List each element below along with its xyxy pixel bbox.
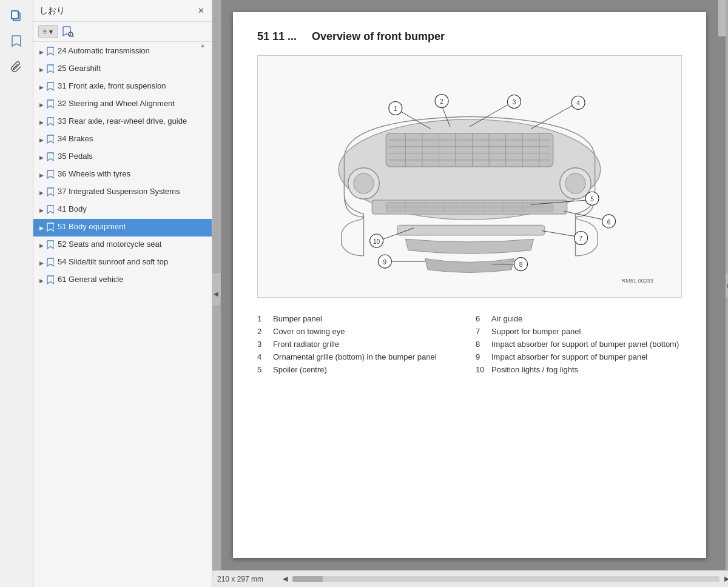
sidebar-item-label: 25 Gearshift bbox=[55, 63, 101, 74]
sidebar-tree: ▶ 24 Automatic transmission ▶ 25 Gearshi… bbox=[33, 43, 212, 587]
sidebar-item-label: 41 Body bbox=[55, 204, 87, 215]
sidebar-item-35[interactable]: ▶ 35 Pedals bbox=[33, 149, 212, 166]
chevron-icon: ▶ bbox=[37, 204, 46, 216]
close-button[interactable]: ✕ bbox=[197, 5, 206, 16]
svg-text:RM51 00233: RM51 00233 bbox=[622, 278, 654, 284]
copy-icon[interactable] bbox=[5, 5, 27, 27]
search-bookmark-icon[interactable] bbox=[61, 24, 75, 39]
chevron-icon: ▶ bbox=[37, 257, 46, 269]
svg-text:6: 6 bbox=[607, 219, 611, 226]
page-container: 51 11 ... Overview of front bumper bbox=[221, 0, 718, 570]
part-description: Support for bumper panel bbox=[491, 327, 581, 336]
chevron-icon: ▶ bbox=[37, 275, 46, 287]
collapse-right-button[interactable]: ▶ bbox=[726, 273, 728, 297]
sidebar-item-label: 52 Seats and motorcycle seat bbox=[55, 239, 161, 250]
sidebar-title: しおり bbox=[39, 5, 65, 16]
scroll-up-arrow[interactable]: ▲ bbox=[200, 42, 206, 49]
part-item: 7Support for bumper panel bbox=[476, 325, 682, 338]
part-item: 9Impact absorber for support of bumper p… bbox=[476, 351, 682, 363]
svg-text:2: 2 bbox=[440, 98, 443, 105]
sidebar-item-25[interactable]: ▶ 25 Gearshift bbox=[33, 61, 212, 78]
scroll-right-button[interactable]: ▶ bbox=[724, 575, 728, 583]
bookmark-icon bbox=[46, 204, 55, 216]
sidebar-item-36[interactable]: ▶ 36 Wheels with tyres bbox=[33, 166, 212, 184]
part-number: 5 bbox=[257, 365, 268, 374]
bookmark-icon bbox=[46, 186, 55, 198]
sidebar-item-label: 54 Slide/tilt sunroof and soft top bbox=[55, 257, 168, 267]
svg-rect-36 bbox=[397, 225, 545, 235]
chevron-icon: ▶ bbox=[37, 240, 46, 252]
page-title: 51 11 ... Overview of front bumper bbox=[257, 30, 682, 43]
sidebar-item-label: 24 Automatic transmission bbox=[55, 45, 150, 56]
part-item: 6Air guide bbox=[476, 312, 682, 325]
chapter-title: Overview of front bumper bbox=[312, 30, 445, 42]
sidebar-item-label: 33 Rear axle, rear-wheel drive, guide bbox=[55, 116, 187, 127]
svg-text:3: 3 bbox=[513, 99, 516, 106]
part-description: Spoiler (centre) bbox=[273, 365, 327, 374]
chevron-icon: ▶ bbox=[37, 116, 46, 129]
svg-text:4: 4 bbox=[576, 100, 580, 107]
chevron-icon: ▶ bbox=[37, 152, 46, 164]
attachment-icon[interactable] bbox=[5, 56, 27, 78]
view-dropdown[interactable]: ≡ ▼ bbox=[38, 25, 58, 38]
part-number: 9 bbox=[476, 352, 487, 361]
sidebar-item-33[interactable]: ▶ 33 Rear axle, rear-wheel drive, guide bbox=[33, 113, 212, 131]
sidebar-item-37[interactable]: ▶ 37 Integrated Suspension Systems bbox=[33, 184, 212, 201]
page-size-label: 210 x 297 mm bbox=[217, 575, 278, 583]
svg-text:1: 1 bbox=[394, 106, 397, 112]
chevron-icon: ▶ bbox=[37, 64, 46, 76]
sidebar-item-52[interactable]: ▶ 52 Seats and motorcycle seat bbox=[33, 236, 212, 254]
bookmark-icon bbox=[46, 257, 55, 269]
left-toolbar bbox=[0, 0, 33, 587]
sidebar-item-31[interactable]: ▶ 31 Front axle, front suspension bbox=[33, 78, 212, 96]
sidebar-item-61[interactable]: ▶ 61 General vehicle bbox=[33, 272, 212, 289]
sidebar-header-actions: ✕ bbox=[197, 5, 206, 16]
bookmark-icon bbox=[46, 45, 55, 58]
svg-text:10: 10 bbox=[373, 238, 380, 245]
part-description: Ornamental grille (bottom) in the bumper… bbox=[273, 352, 437, 361]
chevron-icon: ▶ bbox=[37, 169, 46, 181]
sidebar-item-label: 35 Pedals bbox=[55, 151, 93, 162]
document-page: 51 11 ... Overview of front bumper bbox=[233, 12, 706, 558]
svg-point-24 bbox=[565, 173, 585, 193]
chevron-icon: ▶ bbox=[37, 81, 46, 93]
bumper-diagram: 1 2 3 4 bbox=[257, 55, 682, 298]
sidebar-item-label: 36 Wheels with tyres bbox=[55, 169, 130, 179]
part-item: 2Cover on towing eye bbox=[257, 325, 463, 338]
sidebar-collapse-button[interactable]: ◀ bbox=[212, 281, 220, 306]
chapter-number: 51 11 ... bbox=[257, 30, 297, 42]
scroll-left-button[interactable]: ◀ bbox=[283, 575, 288, 583]
sidebar-item-54[interactable]: ▶ 54 Slide/tilt sunroof and soft top bbox=[33, 254, 212, 272]
bookmark-icon bbox=[46, 239, 55, 251]
sidebar-item-34[interactable]: ▶ 34 Brakes bbox=[33, 131, 212, 149]
sidebar-item-label: 32 Steering and Wheel Alignment bbox=[55, 98, 175, 109]
part-number: 6 bbox=[476, 314, 487, 323]
sidebar-item-51[interactable]: ▶ 51 Body equipment bbox=[33, 219, 212, 236]
part-description: Cover on towing eye bbox=[273, 327, 345, 336]
sidebar-item-24[interactable]: ▶ 24 Automatic transmission bbox=[33, 43, 212, 61]
bookmark-icon bbox=[46, 274, 55, 286]
sidebar-item-41[interactable]: ▶ 41 Body bbox=[33, 201, 212, 219]
part-item: 10Position lights / fog lights bbox=[476, 363, 682, 376]
svg-rect-7 bbox=[386, 133, 553, 167]
part-description: Position lights / fog lights bbox=[491, 365, 578, 374]
bookmark-nav-icon[interactable] bbox=[5, 30, 27, 52]
svg-line-4 bbox=[72, 36, 73, 37]
part-number: 8 bbox=[476, 340, 487, 349]
part-number: 3 bbox=[257, 340, 268, 349]
parts-column-right: 6Air guide7Support for bumper panel8Impa… bbox=[476, 312, 682, 376]
chevron-icon: ▶ bbox=[37, 187, 46, 199]
parts-column-left: 1Bumper panel2Cover on towing eye3Front … bbox=[257, 312, 463, 376]
horizontal-scrollbar[interactable] bbox=[292, 576, 720, 582]
svg-rect-26 bbox=[386, 203, 553, 212]
part-description: Bumper panel bbox=[273, 314, 322, 323]
sidebar-toolbar: ≡ ▼ bbox=[33, 22, 212, 42]
svg-text:8: 8 bbox=[519, 261, 523, 268]
bookmark-icon bbox=[46, 63, 55, 75]
sidebar-header: しおり ✕ bbox=[33, 0, 212, 22]
sidebar-item-32[interactable]: ▶ 32 Steering and Wheel Alignment bbox=[33, 96, 212, 113]
bookmark-icon bbox=[46, 98, 55, 110]
part-number: 2 bbox=[257, 327, 268, 336]
bookmark-icon bbox=[46, 133, 55, 146]
chevron-icon: ▶ bbox=[37, 46, 46, 58]
